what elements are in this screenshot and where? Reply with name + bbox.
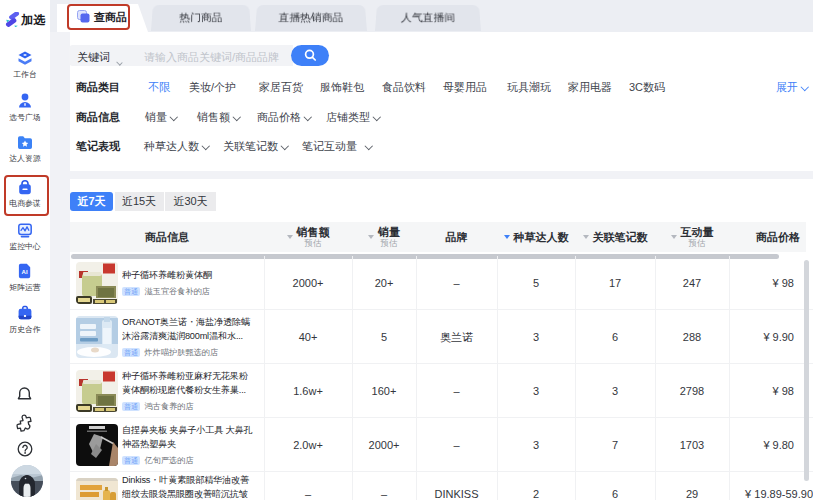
svg-text:AI: AI xyxy=(22,269,28,275)
